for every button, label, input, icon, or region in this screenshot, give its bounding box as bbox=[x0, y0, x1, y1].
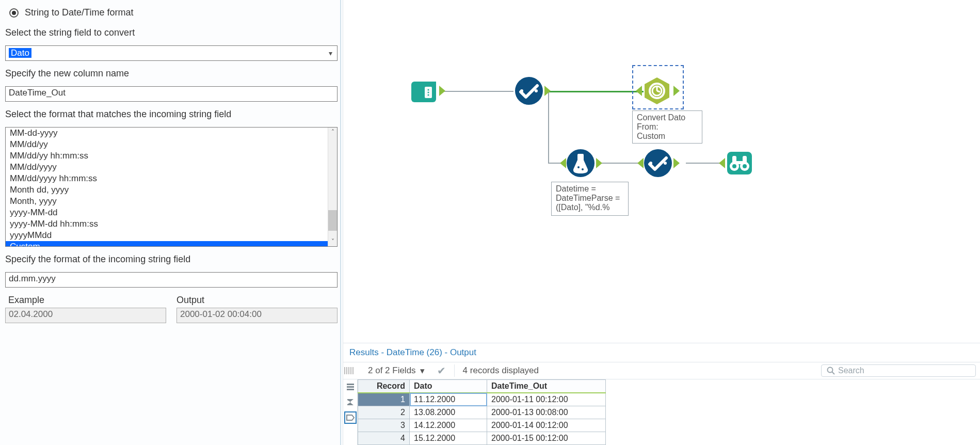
table-row[interactable]: 314.12.20002000-01-14 00:12:00 bbox=[358, 419, 606, 432]
node-browse[interactable] bbox=[725, 149, 754, 178]
svg-point-3 bbox=[428, 92, 429, 93]
anno-line: Datetime = bbox=[556, 184, 624, 194]
format-option[interactable]: yyyy-MM-dd hh:mm:ss bbox=[6, 218, 328, 230]
new-column-input[interactable]: DateTime_Out bbox=[5, 86, 338, 102]
separator bbox=[454, 364, 455, 377]
connector bbox=[440, 91, 513, 92]
format-option[interactable]: Month, yyyy bbox=[6, 196, 328, 207]
config-panel: String to Date/Time format Select the st… bbox=[0, 0, 343, 445]
format-option[interactable]: MM/dd/yyyy hh:mm:ss bbox=[6, 173, 328, 184]
cell-record[interactable]: 4 bbox=[358, 432, 410, 445]
chevron-down-icon: ▾ bbox=[324, 49, 337, 57]
port-out-icon bbox=[673, 158, 681, 168]
anno-line: Convert Dato bbox=[637, 113, 698, 122]
cell-datetime-out[interactable]: 2000-01-13 00:08:00 bbox=[487, 406, 606, 419]
port-in-icon bbox=[718, 158, 725, 168]
svg-rect-32 bbox=[347, 389, 354, 390]
scroll-up-icon[interactable]: ˄ bbox=[328, 128, 337, 137]
format-option[interactable]: MM/dd/yy hh:mm:ss bbox=[6, 150, 328, 162]
svg-rect-14 bbox=[577, 154, 584, 156]
col-header-datetime-out[interactable]: DateTime_Out bbox=[487, 380, 606, 393]
cell-dato[interactable]: 15.12.2000 bbox=[410, 432, 487, 445]
chevron-down-icon: ▾ bbox=[420, 365, 425, 376]
drag-grip-icon[interactable] bbox=[343, 367, 356, 374]
rows-icon[interactable] bbox=[345, 382, 356, 392]
svg-point-17 bbox=[644, 149, 672, 177]
format-option[interactable]: MM/dd/yyyy bbox=[6, 162, 328, 173]
svg-point-6 bbox=[520, 89, 523, 92]
check-icon[interactable]: ✔ bbox=[437, 364, 446, 377]
tag-icon[interactable] bbox=[345, 412, 356, 423]
anno-line: Custom bbox=[637, 132, 698, 141]
results-grid[interactable]: Record Dato DateTime_Out 111.12.20002000… bbox=[358, 379, 606, 445]
svg-point-2 bbox=[428, 89, 429, 91]
cell-record[interactable]: 3 bbox=[358, 419, 410, 432]
node-datetime[interactable] bbox=[642, 76, 671, 105]
format-option[interactable]: Month dd, yyyy bbox=[6, 184, 328, 196]
svg-line-12 bbox=[657, 91, 660, 92]
listbox-scrollbar[interactable]: ˄ ˅ bbox=[328, 128, 337, 246]
svg-point-5 bbox=[515, 77, 543, 105]
port-out-icon bbox=[544, 86, 552, 96]
table-row[interactable]: 213.08.20002000-01-13 00:08:00 bbox=[358, 406, 606, 419]
cell-datetime-out[interactable]: 2000-01-11 00:12:00 bbox=[487, 393, 606, 406]
anno-line: ([Dato], "%d.% bbox=[556, 203, 624, 212]
table-row[interactable]: 111.12.20002000-01-11 00:12:00 bbox=[358, 393, 606, 406]
results-toolbar: 2 of 2 Fields ▾ ✔ 4 records displayed Se… bbox=[343, 362, 980, 379]
results-panel: Results - DateTime (26) - Output 2 of 2 … bbox=[343, 343, 980, 445]
cell-datetime-out[interactable]: 2000-01-15 00:12:00 bbox=[487, 432, 606, 445]
node-input[interactable] bbox=[409, 76, 438, 105]
radio-icon bbox=[9, 8, 19, 18]
workflow-canvas[interactable]: Convert Dato From: Custom Datetime = Dat… bbox=[343, 0, 980, 343]
results-side-icons bbox=[343, 379, 358, 445]
output-value: 2000-01-02 00:04:00 bbox=[176, 308, 338, 323]
search-placeholder: Search bbox=[838, 366, 864, 375]
cell-record[interactable]: 1 bbox=[358, 393, 410, 406]
format-option[interactable]: yyyyMMdd bbox=[6, 230, 328, 241]
svg-point-4 bbox=[428, 94, 429, 96]
cell-dato[interactable]: 14.12.2000 bbox=[410, 419, 487, 432]
scroll-down-icon[interactable]: ˅ bbox=[328, 237, 337, 246]
new-column-label: Specify the new column name bbox=[5, 68, 338, 79]
format-option[interactable]: Custom bbox=[6, 241, 328, 247]
svg-line-29 bbox=[832, 372, 834, 374]
custom-format-label: Specify the format of the incoming strin… bbox=[5, 254, 338, 265]
port-out-icon bbox=[673, 86, 681, 96]
svg-point-19 bbox=[664, 162, 667, 165]
format-option[interactable]: MM-dd-yyyy bbox=[6, 128, 328, 139]
cell-datetime-out[interactable]: 2000-01-14 00:12:00 bbox=[487, 419, 606, 432]
format-option[interactable]: yyyy-MM-dd bbox=[6, 207, 328, 218]
custom-format-input[interactable]: dd.mm.yyyy bbox=[5, 272, 338, 288]
anno-line: From: bbox=[637, 122, 698, 132]
example-label: Example bbox=[5, 295, 166, 306]
svg-point-15 bbox=[577, 166, 580, 168]
search-icon bbox=[827, 367, 835, 375]
cell-record[interactable]: 2 bbox=[358, 406, 410, 419]
format-listbox[interactable]: MM-dd-yyyyMM/dd/yyMM/dd/yy hh:mm:ssMM/dd… bbox=[5, 127, 338, 247]
svg-rect-30 bbox=[347, 384, 354, 385]
port-in-icon bbox=[559, 158, 566, 168]
table-row[interactable]: 415.12.20002000-01-15 00:12:00 bbox=[358, 432, 606, 445]
scroll-thumb[interactable] bbox=[328, 210, 337, 231]
col-header-dato[interactable]: Dato bbox=[410, 380, 487, 393]
format-option[interactable]: MM/dd/yy bbox=[6, 139, 328, 150]
port-out-icon bbox=[596, 158, 603, 168]
fields-dropdown[interactable]: 2 of 2 Fields ▾ bbox=[364, 365, 429, 376]
cell-dato[interactable]: 13.08.2000 bbox=[410, 406, 487, 419]
anno-line: DateTimeParse = bbox=[556, 194, 624, 203]
sigma-icon[interactable] bbox=[345, 397, 356, 407]
cell-dato[interactable]: 11.12.2000 bbox=[410, 393, 487, 406]
svg-rect-23 bbox=[732, 156, 736, 163]
node-select-2[interactable] bbox=[644, 149, 672, 178]
col-header-record[interactable]: Record bbox=[358, 380, 410, 393]
mode-radio-string-to-datetime[interactable]: String to Date/Time format bbox=[5, 5, 338, 20]
svg-point-18 bbox=[649, 162, 652, 165]
results-title: Results - DateTime (26) - Output bbox=[343, 343, 980, 362]
select-field-dropdown[interactable]: Dato ▾ bbox=[5, 45, 338, 61]
connector bbox=[548, 91, 549, 163]
radio-label: String to Date/Time format bbox=[25, 7, 133, 18]
node-select[interactable] bbox=[515, 76, 543, 105]
results-search-input[interactable]: Search bbox=[821, 364, 976, 377]
node-formula[interactable] bbox=[566, 149, 595, 178]
select-field-value: Dato bbox=[9, 48, 31, 58]
